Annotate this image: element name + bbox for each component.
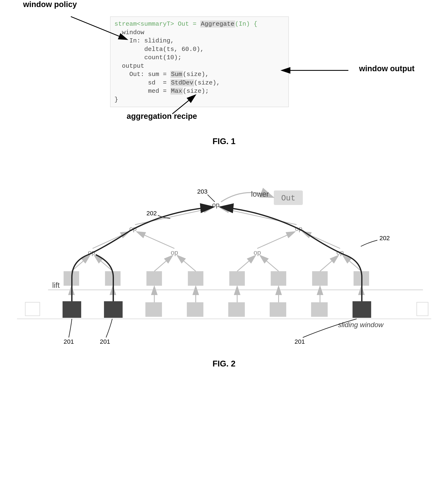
fig1-caption: FIG. 1 — [17, 137, 431, 146]
ref-201: 201 — [100, 338, 110, 345]
figure-2: Out op op op op op op op — [17, 178, 431, 364]
data-box-outside — [25, 302, 40, 316]
data-box-window-dark — [352, 301, 371, 318]
figure-1: window policy window output aggregation … — [17, 8, 431, 153]
label-window-output: window output — [359, 64, 415, 73]
op-node-top: op — [212, 201, 220, 208]
svg-line-18 — [237, 256, 255, 271]
fig2-caption: FIG. 2 — [17, 359, 431, 368]
data-box-window-light — [187, 302, 203, 317]
ref-202: 202 — [379, 235, 390, 241]
label-aggregation-recipe: aggregation recipe — [127, 112, 197, 121]
code-block: stream<summaryT> Out = Aggregate(In) { w… — [110, 16, 289, 107]
svg-line-23 — [137, 232, 174, 248]
label-window-policy: window policy — [23, 0, 77, 9]
data-box-window-dark — [63, 301, 81, 318]
label-sliding-window: sliding window — [338, 321, 384, 329]
data-box-outside — [417, 302, 428, 316]
data-box-window-light — [228, 302, 245, 317]
label-lift: lift — [52, 281, 60, 289]
data-box-window-dark — [104, 301, 123, 318]
svg-line-27 — [221, 208, 296, 225]
svg-line-14 — [72, 256, 89, 271]
svg-line-20 — [320, 256, 338, 271]
data-box-window-light — [311, 302, 328, 317]
svg-line-19 — [260, 256, 279, 271]
ref-201: 201 — [64, 338, 74, 345]
lifted-box — [229, 271, 245, 286]
lifted-box — [146, 271, 162, 286]
ref-201: 201 — [295, 338, 305, 345]
svg-text:Out: Out — [281, 194, 295, 203]
op-node-label: op — [254, 249, 261, 256]
op-node-label: op — [171, 249, 178, 256]
lifted-box — [312, 271, 328, 286]
data-box-window-light — [270, 302, 286, 317]
lifted-box — [271, 271, 286, 286]
svg-line-17 — [177, 256, 196, 271]
svg-line-24 — [257, 232, 295, 248]
lifted-box — [188, 271, 203, 286]
svg-line-16 — [154, 256, 172, 271]
svg-line-15 — [95, 256, 113, 271]
label-lower: lower — [251, 190, 269, 198]
ref-203: 203 — [197, 188, 208, 195]
fig2-diagram: Out op op op op op op op — [17, 178, 431, 354]
ref-202: 202 — [146, 210, 157, 217]
data-box-window-light — [145, 302, 162, 317]
